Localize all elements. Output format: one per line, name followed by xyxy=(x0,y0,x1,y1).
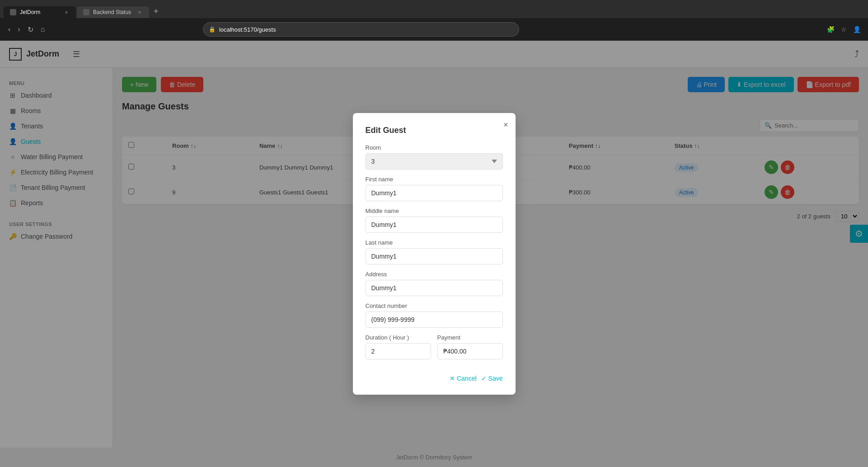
home-button[interactable]: ⌂ xyxy=(38,24,48,36)
browser-tabs: JetDorm × Backend Status × + xyxy=(0,0,868,18)
room-select[interactable]: 3 9 xyxy=(366,153,503,170)
address-field-group: Address xyxy=(366,271,503,296)
cancel-label: Cancel xyxy=(457,375,477,382)
tab-favicon-2 xyxy=(83,9,89,15)
room-field-group: Room 3 9 xyxy=(366,144,503,170)
modal-close-button[interactable]: × xyxy=(503,120,508,130)
tab-close-btn[interactable]: × xyxy=(63,9,70,15)
tab-label: JetDorm xyxy=(20,9,40,15)
tab-label-2: Backend Status xyxy=(93,9,131,15)
address-bar[interactable]: 🔒 localhost:5170/guests xyxy=(203,22,519,37)
duration-input[interactable] xyxy=(366,343,431,359)
save-button[interactable]: ✓ Save xyxy=(481,375,503,382)
cancel-x-icon: ✕ xyxy=(450,375,455,382)
contact-input[interactable] xyxy=(366,311,503,328)
last-name-input[interactable] xyxy=(366,248,503,264)
new-tab-button[interactable]: + xyxy=(150,5,162,18)
tab-close-btn-2[interactable]: × xyxy=(136,9,143,15)
payment-field-group: Payment xyxy=(437,334,503,359)
address-label: Address xyxy=(366,271,503,278)
middle-name-input[interactable] xyxy=(366,217,503,233)
cancel-button[interactable]: ✕ Cancel xyxy=(450,375,477,382)
duration-field-group: Duration ( Hour ) xyxy=(366,334,431,359)
tab-favicon xyxy=(10,9,16,15)
modal-title: Edit Guest xyxy=(366,126,503,135)
duration-label: Duration ( Hour ) xyxy=(366,334,431,341)
middle-name-field-group: Middle name xyxy=(366,208,503,233)
browser-chrome: JetDorm × Backend Status × + ‹ › ↻ ⌂ 🔒 l… xyxy=(0,0,868,41)
last-name-field-group: Last name xyxy=(366,239,503,264)
nav-buttons: ‹ › ↻ ⌂ xyxy=(5,24,47,36)
modal-footer: ✕ Cancel ✓ Save xyxy=(366,375,503,382)
forward-button[interactable]: › xyxy=(15,24,23,36)
payment-label: Payment xyxy=(437,334,503,341)
reload-button[interactable]: ↻ xyxy=(25,24,36,36)
address-text: localhost:5170/guests xyxy=(219,26,513,33)
save-check-icon: ✓ xyxy=(481,375,487,382)
duration-payment-row: Duration ( Hour ) Payment xyxy=(366,334,503,366)
save-label: Save xyxy=(488,375,503,382)
address-input[interactable] xyxy=(366,280,503,296)
contact-field-group: Contact number xyxy=(366,302,503,328)
tab-backend[interactable]: Backend Status × xyxy=(77,6,149,18)
back-button[interactable]: ‹ xyxy=(5,24,13,36)
extensions-icon[interactable]: 🧩 xyxy=(825,24,836,35)
browser-toolbar-icons: 🧩 ☆ 👤 xyxy=(825,24,863,35)
room-label: Room xyxy=(366,144,503,151)
tab-jetdorm[interactable]: JetDorm × xyxy=(4,6,76,18)
first-name-input[interactable] xyxy=(366,185,503,201)
browser-toolbar: ‹ › ↻ ⌂ 🔒 localhost:5170/guests 🧩 ☆ 👤 xyxy=(0,18,868,41)
star-icon[interactable]: ☆ xyxy=(839,24,849,35)
middle-name-label: Middle name xyxy=(366,208,503,214)
first-name-label: First name xyxy=(366,176,503,183)
contact-label: Contact number xyxy=(366,302,503,309)
modal-overlay: Edit Guest × Room 3 9 First name Middle … xyxy=(0,41,868,467)
profile-icon[interactable]: 👤 xyxy=(851,24,863,35)
edit-guest-modal: Edit Guest × Room 3 9 First name Middle … xyxy=(353,113,516,395)
first-name-field-group: First name xyxy=(366,176,503,201)
lock-icon: 🔒 xyxy=(209,26,216,33)
payment-input[interactable] xyxy=(437,343,503,359)
last-name-label: Last name xyxy=(366,239,503,246)
